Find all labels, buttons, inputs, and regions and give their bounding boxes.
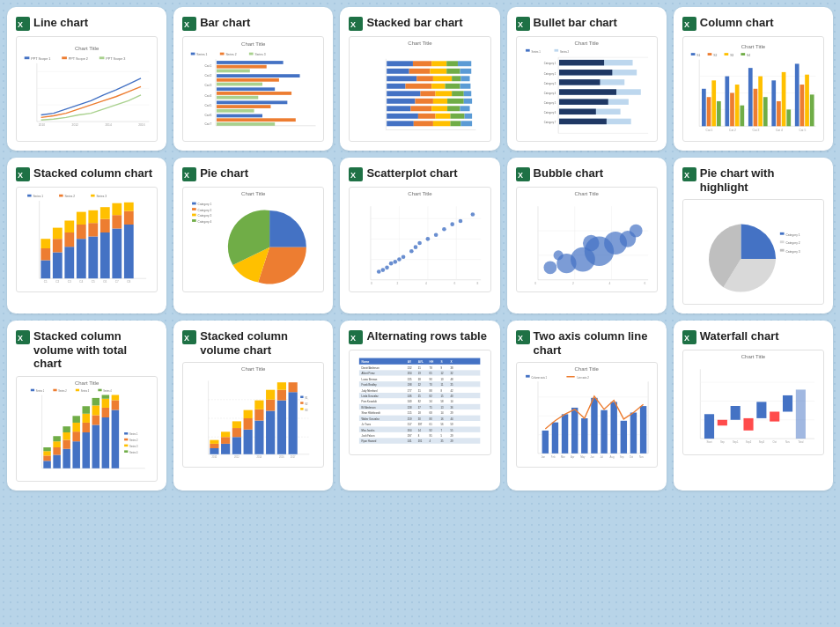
svg-rect-305 [72, 432, 80, 441]
alternating-rows-table-title: X Alternating rows table [349, 329, 490, 344]
svg-text:14: 14 [451, 401, 454, 404]
svg-text:25: 25 [418, 395, 422, 398]
line-chart-card[interactable]: X Line chart Chart Title PPT Scope 1 PPT… [7, 7, 166, 151]
svg-text:X: X [518, 171, 523, 180]
stacked-bar-chart-title: X Stacked bar chart [349, 16, 490, 31]
stacked-column-volume-total-preview: Chart Title Series 1 Series 2 Series 3 S… [16, 376, 158, 482]
svg-rect-361 [300, 396, 303, 399]
svg-text:Sep: Sep [619, 455, 623, 459]
svg-rect-57 [458, 61, 471, 66]
svg-text:Series 1: Series 1 [531, 50, 541, 54]
svg-text:Category 1: Category 1 [785, 232, 799, 236]
svg-rect-96 [451, 121, 461, 126]
svg-rect-322 [112, 395, 120, 400]
svg-text:397: 397 [418, 423, 423, 426]
pie-chart-card[interactable]: X Pie chart Chart Title Category 1 Categ… [173, 158, 333, 314]
svg-rect-284 [53, 389, 56, 392]
pie-chart-highlight-card[interactable]: X Pie chart with highlight Category 1 Ca… [674, 158, 833, 314]
svg-rect-345 [232, 428, 241, 437]
svg-text:Category 1: Category 1 [543, 62, 556, 65]
svg-text:14: 14 [418, 429, 422, 432]
svg-text:198: 198 [408, 383, 412, 387]
stacked-column-chart-preview: Series 1 Series 2 Series 3 [16, 187, 158, 292]
svg-rect-354 [266, 400, 275, 411]
svg-rect-314 [92, 405, 100, 415]
svg-rect-89 [418, 114, 436, 119]
svg-rect-87 [461, 106, 470, 111]
stacked-column-volume-card[interactable]: X Stacked column volume chart Chart Titl… [173, 321, 333, 491]
svg-text:Sep1: Sep1 [733, 440, 739, 444]
svg-rect-318 [102, 399, 110, 408]
svg-text:8: 8 [477, 282, 479, 285]
excel-icon: X [349, 167, 363, 181]
svg-text:Apr: Apr [571, 455, 574, 459]
svg-text:29: 29 [451, 434, 454, 438]
svg-rect-348 [244, 418, 253, 430]
svg-rect-304 [72, 441, 80, 468]
svg-rect-55 [432, 61, 447, 66]
excel-icon: X [682, 17, 696, 31]
svg-text:X: X [684, 20, 689, 29]
svg-rect-493 [561, 415, 567, 454]
svg-rect-311 [82, 406, 90, 414]
svg-text:Nov: Nov [639, 455, 645, 459]
svg-text:Category 5: Category 5 [543, 101, 556, 105]
svg-text:2014: 2014 [257, 455, 262, 459]
svg-text:317: 317 [408, 423, 412, 426]
svg-rect-134 [724, 53, 728, 55]
svg-rect-130 [691, 53, 696, 55]
svg-text:Series 2: Series 2 [560, 50, 570, 54]
bar-chart-card[interactable]: X Bar chart Chart Title Series 1 Series … [173, 7, 333, 151]
svg-rect-496 [591, 398, 597, 454]
svg-rect-299 [53, 436, 61, 441]
svg-rect-300 [63, 449, 70, 468]
svg-rect-157 [782, 71, 786, 125]
svg-rect-63 [387, 76, 417, 81]
svg-rect-309 [82, 423, 90, 432]
bubble-chart-title: X Bubble chart [516, 166, 658, 181]
svg-text:Cat 1: Cat 1 [205, 64, 212, 68]
excel-icon: X [16, 167, 30, 181]
column-chart-card[interactable]: X Column chart Chart Title S1 S2 S3 S4 [674, 7, 833, 151]
svg-rect-499 [620, 421, 626, 454]
chart-gallery: X Line chart Chart Title PPT Scope 1 PPT… [7, 7, 833, 491]
svg-rect-86 [447, 106, 460, 111]
bullet-bar-chart-card[interactable]: X Bullet bar chart Chart Title Series 1 … [507, 7, 667, 151]
svg-rect-276 [780, 240, 785, 243]
svg-text:Mar: Mar [561, 455, 565, 459]
svg-point-233 [397, 257, 402, 262]
svg-text:Series 3: Series 3 [255, 53, 266, 56]
two-axis-column-line-card[interactable]: X Two axis column line chart Chart Title… [507, 321, 667, 491]
svg-text:S3: S3 [305, 409, 308, 412]
waterfall-chart-card[interactable]: X Waterfall chart Chart Title [674, 321, 833, 491]
stacked-bar-chart-card[interactable]: X Stacked bar chart Chart Title [340, 7, 499, 151]
svg-rect-292 [43, 461, 51, 468]
svg-rect-38 [217, 78, 279, 82]
svg-text:14: 14 [441, 411, 445, 415]
svg-rect-77 [464, 91, 472, 96]
svg-text:Cat 3: Cat 3 [752, 128, 759, 131]
svg-text:32: 32 [451, 373, 454, 376]
svg-text:2010: 2010 [212, 455, 217, 459]
svg-rect-353 [266, 411, 275, 454]
svg-rect-40 [217, 87, 275, 91]
svg-text:Jan: Jan [541, 455, 545, 459]
stacked-column-volume-total-card[interactable]: X Stacked column volume with total chart… [7, 321, 166, 491]
excel-icon: X [182, 17, 196, 31]
svg-text:Josh Falcon: Josh Falcon [362, 434, 375, 438]
svg-rect-320 [112, 409, 120, 468]
svg-text:28: 28 [418, 378, 422, 381]
svg-rect-6 [99, 56, 105, 59]
svg-point-267 [583, 235, 600, 252]
svg-rect-307 [72, 416, 80, 423]
svg-text:80: 80 [430, 417, 433, 421]
stacked-column-chart-card[interactable]: X Stacked column chart Series 1 Series 2… [7, 158, 166, 314]
scatterplot-chart-card[interactable]: X Scatterplot chart Chart Title [340, 158, 499, 314]
svg-rect-69 [406, 84, 432, 89]
bubble-chart-card[interactable]: X Bubble chart Chart Title [507, 158, 667, 314]
svg-rect-68 [387, 84, 406, 89]
alternating-rows-table-card[interactable]: X Alternating rows table Name AV AVL HH … [340, 321, 499, 491]
svg-rect-524 [756, 402, 766, 419]
svg-rect-346 [232, 422, 241, 429]
svg-rect-192 [88, 210, 98, 223]
